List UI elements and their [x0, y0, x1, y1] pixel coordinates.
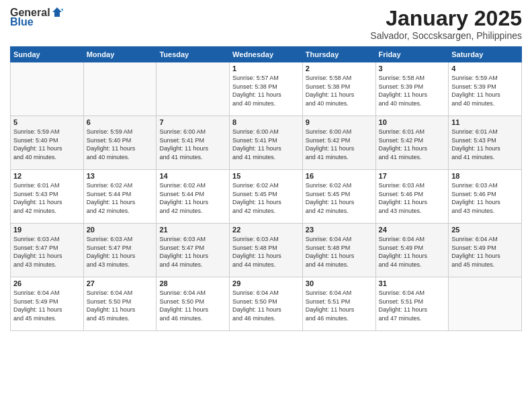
calendar-cell: 12Sunrise: 6:01 AMSunset: 5:43 PMDayligh… [11, 170, 84, 224]
cell-content: Sunrise: 6:04 AMSunset: 5:49 PMDaylight:… [451, 235, 519, 269]
logo-icon [51, 6, 63, 18]
cell-content: Sunrise: 6:04 AMSunset: 5:50 PMDaylight:… [87, 289, 154, 322]
calendar-cell: 20Sunrise: 6:03 AMSunset: 5:47 PMDayligh… [83, 224, 157, 277]
col-monday: Monday [83, 47, 157, 62]
cell-content: Sunrise: 5:59 AMSunset: 5:40 PMDaylight:… [13, 128, 81, 161]
day-number: 4 [451, 64, 519, 73]
calendar-cell: 9Sunrise: 6:00 AMSunset: 5:42 PMDaylight… [302, 116, 375, 170]
cell-content: Sunrise: 6:00 AMSunset: 5:41 PMDaylight:… [159, 128, 226, 161]
day-number: 27 [87, 279, 154, 287]
logo: General Blue [10, 7, 63, 28]
calendar-cell: 24Sunrise: 6:04 AMSunset: 5:49 PMDayligh… [375, 224, 449, 277]
cell-content: Sunrise: 6:04 AMSunset: 5:50 PMDaylight:… [159, 289, 226, 322]
day-number: 29 [232, 279, 300, 287]
col-tuesday: Tuesday [157, 47, 230, 62]
calendar-cell: 5Sunrise: 5:59 AMSunset: 5:40 PMDaylight… [11, 116, 84, 170]
calendar-cell: 25Sunrise: 6:04 AMSunset: 5:49 PMDayligh… [449, 224, 522, 277]
calendar-cell: 7Sunrise: 6:00 AMSunset: 5:41 PMDaylight… [157, 116, 230, 170]
calendar-cell: 26Sunrise: 6:04 AMSunset: 5:49 PMDayligh… [11, 277, 84, 331]
day-number: 7 [159, 118, 226, 126]
day-number: 14 [159, 172, 226, 180]
calendar-cell: 31Sunrise: 6:04 AMSunset: 5:51 PMDayligh… [375, 277, 449, 331]
cell-content: Sunrise: 5:59 AMSunset: 5:40 PMDaylight:… [87, 128, 154, 161]
col-saturday: Saturday [449, 47, 522, 62]
calendar-week-1: 5Sunrise: 5:59 AMSunset: 5:40 PMDaylight… [11, 116, 522, 170]
cell-content: Sunrise: 6:02 AMSunset: 5:45 PMDaylight:… [232, 181, 300, 215]
day-number: 20 [87, 226, 154, 234]
day-number: 31 [379, 279, 446, 287]
day-number: 17 [379, 172, 446, 180]
cell-content: Sunrise: 6:03 AMSunset: 5:47 PMDaylight:… [159, 235, 226, 269]
logo-blue: Blue [10, 16, 34, 28]
day-number: 18 [451, 172, 519, 180]
cell-content: Sunrise: 6:04 AMSunset: 5:51 PMDaylight:… [379, 289, 446, 322]
calendar-cell [449, 277, 522, 331]
cell-content: Sunrise: 6:02 AMSunset: 5:44 PMDaylight:… [159, 181, 226, 215]
calendar-week-4: 26Sunrise: 6:04 AMSunset: 5:49 PMDayligh… [11, 277, 522, 331]
day-number: 21 [159, 226, 226, 234]
day-number: 1 [232, 64, 300, 73]
calendar-cell: 4Sunrise: 5:59 AMSunset: 5:39 PMDaylight… [449, 62, 522, 116]
subtitle: Salvador, Soccsksargen, Philippines [370, 30, 522, 41]
svg-marker-1 [60, 9, 63, 11]
calendar-week-2: 12Sunrise: 6:01 AMSunset: 5:43 PMDayligh… [11, 170, 522, 224]
day-number: 16 [306, 172, 373, 180]
cell-content: Sunrise: 6:03 AMSunset: 5:47 PMDaylight:… [87, 235, 154, 269]
cell-content: Sunrise: 5:57 AMSunset: 5:38 PMDaylight:… [232, 74, 300, 107]
col-wednesday: Wednesday [230, 47, 303, 62]
cell-content: Sunrise: 5:59 AMSunset: 5:39 PMDaylight:… [451, 74, 519, 107]
calendar-cell: 13Sunrise: 6:02 AMSunset: 5:44 PMDayligh… [83, 170, 157, 224]
day-number: 2 [306, 64, 373, 73]
day-number: 3 [379, 64, 446, 73]
calendar-cell: 3Sunrise: 5:58 AMSunset: 5:39 PMDaylight… [375, 62, 449, 116]
calendar-cell: 22Sunrise: 6:03 AMSunset: 5:48 PMDayligh… [230, 224, 303, 277]
calendar-cell: 10Sunrise: 6:01 AMSunset: 5:42 PMDayligh… [375, 116, 449, 170]
day-number: 13 [87, 172, 154, 180]
calendar-cell: 16Sunrise: 6:02 AMSunset: 5:45 PMDayligh… [302, 170, 375, 224]
calendar-cell: 17Sunrise: 6:03 AMSunset: 5:46 PMDayligh… [375, 170, 449, 224]
day-number: 26 [13, 279, 81, 287]
calendar-cell: 28Sunrise: 6:04 AMSunset: 5:50 PMDayligh… [157, 277, 230, 331]
month-title: January 2025 [370, 7, 522, 30]
cell-content: Sunrise: 6:04 AMSunset: 5:50 PMDaylight:… [232, 289, 300, 322]
day-number: 10 [379, 118, 446, 126]
day-number: 8 [232, 118, 300, 126]
calendar-cell: 27Sunrise: 6:04 AMSunset: 5:50 PMDayligh… [83, 277, 157, 331]
calendar-table: Sunday Monday Tuesday Wednesday Thursday… [10, 46, 522, 331]
day-number: 24 [379, 226, 446, 234]
cell-content: Sunrise: 6:01 AMSunset: 5:43 PMDaylight:… [451, 128, 519, 161]
col-friday: Friday [375, 47, 449, 62]
cell-content: Sunrise: 6:04 AMSunset: 5:49 PMDaylight:… [13, 289, 81, 322]
cell-content: Sunrise: 6:04 AMSunset: 5:48 PMDaylight:… [306, 235, 373, 269]
day-number: 12 [13, 172, 81, 180]
calendar-cell: 1Sunrise: 5:57 AMSunset: 5:38 PMDaylight… [230, 62, 303, 116]
calendar-cell [157, 62, 230, 116]
svg-marker-0 [52, 7, 62, 17]
calendar-cell: 21Sunrise: 6:03 AMSunset: 5:47 PMDayligh… [157, 224, 230, 277]
day-number: 11 [451, 118, 519, 126]
day-number: 25 [451, 226, 519, 234]
cell-content: Sunrise: 6:03 AMSunset: 5:48 PMDaylight:… [232, 235, 300, 269]
cell-content: Sunrise: 5:58 AMSunset: 5:39 PMDaylight:… [379, 74, 446, 107]
cell-content: Sunrise: 6:04 AMSunset: 5:49 PMDaylight:… [379, 235, 446, 269]
calendar-week-3: 19Sunrise: 6:03 AMSunset: 5:47 PMDayligh… [11, 224, 522, 277]
day-number: 30 [306, 279, 373, 287]
cell-content: Sunrise: 6:03 AMSunset: 5:46 PMDaylight:… [379, 181, 446, 215]
col-thursday: Thursday [302, 47, 375, 62]
calendar-cell [83, 62, 157, 116]
day-number: 9 [306, 118, 373, 126]
calendar-cell: 15Sunrise: 6:02 AMSunset: 5:45 PMDayligh… [230, 170, 303, 224]
calendar-cell: 23Sunrise: 6:04 AMSunset: 5:48 PMDayligh… [302, 224, 375, 277]
cell-content: Sunrise: 6:02 AMSunset: 5:44 PMDaylight:… [87, 181, 154, 215]
calendar-cell: 8Sunrise: 6:00 AMSunset: 5:41 PMDaylight… [230, 116, 303, 170]
day-number: 23 [306, 226, 373, 234]
col-sunday: Sunday [11, 47, 84, 62]
header: General Blue January 2025 Salvador, Socc… [10, 7, 522, 41]
day-number: 6 [87, 118, 154, 126]
cell-content: Sunrise: 6:03 AMSunset: 5:47 PMDaylight:… [13, 235, 81, 269]
cell-content: Sunrise: 6:01 AMSunset: 5:43 PMDaylight:… [13, 181, 81, 215]
day-number: 5 [13, 118, 81, 126]
cell-content: Sunrise: 6:01 AMSunset: 5:42 PMDaylight:… [379, 128, 446, 161]
calendar-cell: 14Sunrise: 6:02 AMSunset: 5:44 PMDayligh… [157, 170, 230, 224]
day-number: 19 [13, 226, 81, 234]
